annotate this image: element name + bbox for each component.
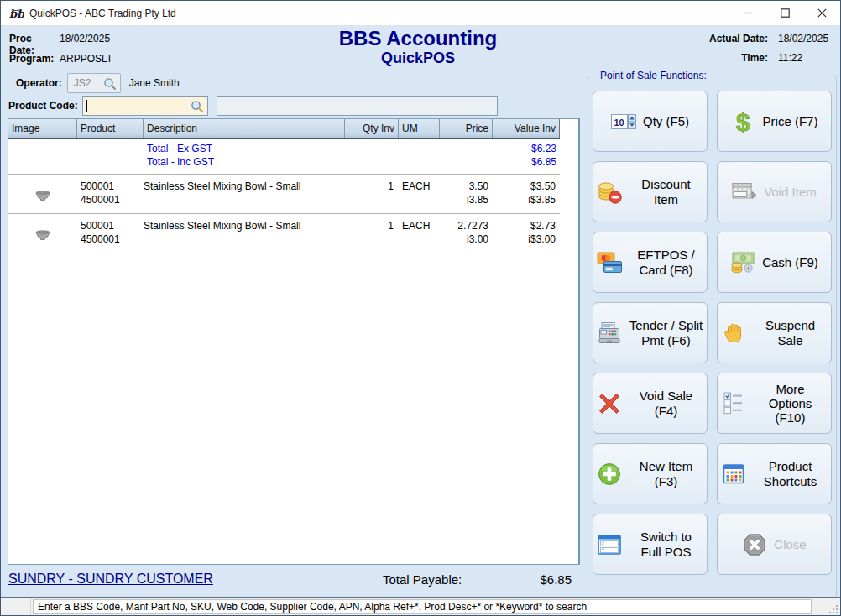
time-value: 11:22: [778, 52, 835, 64]
status-bar-left-panel: [1, 598, 31, 616]
checklist-icon: [722, 392, 745, 415]
product-shortcuts-button[interactable]: Product Shortcuts: [717, 443, 832, 504]
maximize-icon: [781, 8, 790, 18]
dollar-icon: $: [734, 108, 753, 135]
total-payable-label: Total Payable:: [383, 572, 462, 587]
window-form-icon: [597, 534, 622, 556]
app-subtitle: QuickPOS: [166, 50, 670, 66]
status-hint: Enter a BBS Code, Manf Part No, SKU, Web…: [33, 599, 812, 614]
tender-split-button[interactable]: Tender / Split Pmt (F6): [593, 302, 708, 363]
col-description[interactable]: Description: [144, 119, 345, 138]
row-description: Stainless Steel Mixing Bowl - Small: [144, 219, 345, 253]
app-logo-icon: bb: [8, 6, 24, 21]
product-search-icon[interactable]: [191, 100, 204, 113]
new-item-button[interactable]: New Item (F3): [593, 443, 708, 504]
operator-name: Jane Smith: [129, 77, 180, 89]
maximize-button[interactable]: [766, 1, 803, 25]
qty-button[interactable]: 10 Qty (F5): [593, 91, 708, 152]
plus-circle-icon: [598, 462, 621, 486]
date-time-block: Actual Date: 18/02/2025 Time: 11:22: [709, 33, 835, 64]
product-codes: 500001 4500001: [77, 219, 144, 253]
void-sale-button[interactable]: Void Sale (F4): [593, 373, 708, 434]
operator-label: Operator:: [16, 77, 62, 89]
svg-text:bb: bb: [9, 8, 24, 20]
col-um[interactable]: UM: [399, 119, 440, 138]
minimize-button[interactable]: [729, 1, 766, 25]
cash-icon: [730, 251, 755, 274]
row-value: $3.50 i$3.85: [493, 180, 560, 213]
table-header: Image Product Description Qty Inv UM Pri…: [8, 119, 560, 139]
program-value: ARPPOSLT: [60, 53, 112, 65]
col-price[interactable]: Price: [440, 119, 493, 138]
product-codes: 500001 4500001: [77, 180, 144, 213]
col-product[interactable]: Product: [77, 119, 144, 138]
product-description-field: [217, 96, 498, 116]
row-um: EACH: [399, 219, 440, 253]
price-button[interactable]: $ Price (F7): [717, 91, 832, 152]
svg-text:$: $: [736, 108, 750, 135]
cash-button[interactable]: Cash (F9): [717, 232, 832, 293]
status-bar: Enter a BBS Code, Manf Part No, SKU, Web…: [1, 597, 840, 616]
close-octagon-icon: [743, 533, 766, 556]
program-row: Program: ARPPOSLT: [9, 53, 112, 65]
hand-icon: [723, 321, 744, 345]
pos-functions-legend: Point of Sale Functions:: [597, 70, 710, 81]
row-price: 3.50 i3.85: [440, 180, 493, 213]
pos-button-grid: 10 Qty (F5) $ Price (F7): [588, 86, 836, 575]
customer-link[interactable]: SUNDRY - SUNDRY CUSTOMER: [8, 572, 213, 587]
col-image[interactable]: Image: [8, 119, 77, 138]
resize-grip[interactable]: [828, 604, 838, 614]
row-qty: 1: [345, 180, 399, 213]
app-title-block: BBS Accounting QuickPOS: [166, 28, 670, 66]
pos-functions-group: Point of Sale Functions: 10 Qty (F5): [588, 70, 837, 616]
row-qty: 1: [345, 219, 399, 253]
discount-item-button[interactable]: Discount Item: [593, 161, 708, 222]
row-price: 2.7273 i3.00: [440, 219, 493, 253]
product-code-input-wrap: [82, 96, 208, 116]
table-row[interactable]: 500001 4500001 Stainless Steel Mixing Bo…: [8, 214, 560, 253]
operator-input[interactable]: JS2: [67, 73, 121, 93]
col-value-inv[interactable]: Value Inv: [493, 119, 560, 138]
product-code-label: Product Code:: [8, 100, 78, 112]
operator-search-icon[interactable]: [103, 77, 117, 91]
row-um: EACH: [399, 180, 440, 213]
shortcut-grid-icon: [722, 462, 745, 486]
account-code: 4500001: [81, 193, 144, 206]
switch-full-pos-button[interactable]: Switch to Full POS: [593, 514, 708, 575]
product-image-bowl-icon: [34, 190, 51, 202]
more-options-button[interactable]: More Options (F10): [717, 373, 832, 434]
suspend-sale-button[interactable]: Suspend Sale: [717, 302, 832, 363]
void-item-button: Void Item: [717, 161, 832, 222]
text-caret: [86, 100, 87, 112]
col-qty-inv[interactable]: Qty Inv: [345, 119, 399, 138]
product-code-input[interactable]: [83, 97, 207, 115]
operator-code: JS2: [68, 77, 91, 89]
close-pos-button: Close: [717, 514, 832, 575]
total-ex-gst-label: Total - Ex GST: [144, 142, 493, 155]
coins-discount-icon: [598, 180, 622, 204]
main-area: Proc Date: 18/02/2025 Program: ARPPOSLT …: [1, 26, 840, 597]
table-row[interactable]: 500001 4500001 Stainless Steel Mixing Bo…: [8, 175, 560, 214]
product-image-cell: [8, 219, 77, 253]
product-code: 500001: [81, 219, 144, 232]
credit-card-icon: [597, 251, 622, 274]
product-image-cell: [8, 180, 77, 213]
red-x-icon: [598, 392, 621, 415]
qty-spinner-icon: 10: [611, 112, 636, 132]
row-description: Stainless Steel Mixing Bowl - Small: [144, 180, 345, 213]
totals-block: Total - Ex GST $6.23 Total - Inc GST $6.…: [8, 139, 560, 175]
total-ex-gst-value: $6.23: [493, 142, 560, 155]
close-window-button[interactable]: [803, 1, 840, 25]
program-label: Program:: [9, 53, 60, 65]
quickpos-window: bb QuickPOS - ABC Trading Pty Ltd Proc D…: [0, 0, 841, 616]
void-item-icon: [732, 181, 757, 203]
product-code: 500001: [81, 180, 144, 193]
operator-row: Operator: JS2 Jane Smith: [16, 73, 180, 93]
eftpos-card-button[interactable]: EFTPOS / Card (F8): [593, 232, 708, 293]
window-title: QuickPOS - ABC Trading Pty Ltd: [29, 8, 176, 19]
account-code: 4500001: [81, 232, 144, 246]
actual-date-label: Actual Date:: [709, 33, 768, 44]
close-icon: [817, 8, 827, 18]
title-bar: bb QuickPOS - ABC Trading Pty Ltd: [1, 1, 840, 26]
total-ex-gst-row: Total - Ex GST $6.23: [8, 142, 560, 155]
